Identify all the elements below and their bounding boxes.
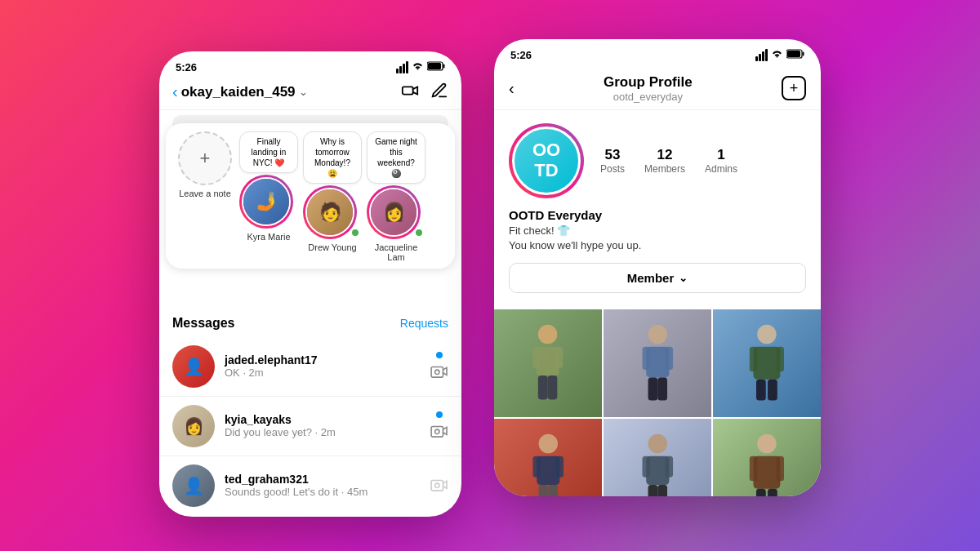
wifi-icon: [412, 61, 424, 73]
group-name: OOTD Everyday: [509, 208, 806, 222]
time-right: 5:26: [510, 49, 532, 61]
photo-cell-2[interactable]: [604, 309, 711, 417]
nav-username[interactable]: okay_kaiden_459: [181, 84, 296, 100]
group-avatar-text: OO TD: [532, 140, 560, 180]
message-username-2: kyia_kayaks: [225, 413, 421, 426]
svg-rect-8: [431, 426, 443, 437]
nav-chevron[interactable]: ⌄: [299, 86, 308, 98]
person-figure-1: [515, 320, 580, 407]
svg-rect-50: [768, 489, 777, 496]
svg-rect-44: [657, 485, 667, 495]
svg-rect-43: [648, 485, 657, 495]
signal-icon: [396, 61, 408, 73]
person-figure-4: [519, 429, 578, 495]
svg-rect-2: [443, 64, 445, 68]
svg-point-9: [435, 429, 439, 433]
battery-icon-right: [786, 49, 804, 61]
svg-rect-49: [756, 489, 766, 496]
person-figure-6: [732, 429, 802, 495]
plus-icon: +: [200, 149, 211, 167]
camera-icon-3[interactable]: [430, 477, 448, 495]
message-username-1: jaded.elephant17: [225, 353, 421, 367]
video-camera-icon[interactable]: [401, 82, 419, 103]
edit-icon[interactable]: [430, 82, 448, 103]
drew-avatar: 🧑: [305, 188, 354, 237]
stories-row: + Leave a note Finally landing in NYC! ❤…: [172, 131, 448, 262]
camera-icon-2[interactable]: [430, 423, 448, 441]
jacqueline-note: Game night this weekend? 🎱: [367, 131, 425, 184]
message-info-1: jaded.elephant17 OK · 2m: [225, 353, 421, 379]
unread-dot-2: [436, 411, 443, 418]
photo-cell-4[interactable]: [494, 419, 602, 496]
nav-bar-left: ‹ okay_kaiden_459 ⌄: [159, 78, 461, 110]
stories-container: + Leave a note Finally landing in NYC! ❤…: [166, 123, 455, 269]
add-to-group-button[interactable]: +: [782, 76, 806, 100]
message-info-2: kyia_kayaks Did you leave yet? · 2m: [225, 413, 421, 438]
svg-rect-1: [428, 63, 441, 69]
group-header: ‹ Group Profile ootd_everyday +: [494, 66, 821, 110]
story-self[interactable]: + Leave a note: [176, 131, 234, 198]
message-avatar-3: 👤: [172, 464, 215, 507]
message-item-1[interactable]: 👤 jaded.elephant17 OK · 2m: [159, 337, 461, 396]
message-avatar-2: 👩: [172, 405, 215, 447]
member-button[interactable]: Member ⌄: [509, 263, 806, 293]
svg-rect-24: [665, 347, 672, 370]
members-label: Members: [644, 163, 685, 175]
posts-count: 53: [600, 147, 625, 163]
photo-cell-5[interactable]: [604, 419, 711, 496]
requests-link[interactable]: Requests: [400, 317, 448, 330]
message-right-1: [430, 352, 448, 381]
photo-cell-1[interactable]: [494, 309, 602, 417]
message-info-3: ted_graham321 Sounds good! Let's do it ·…: [225, 473, 421, 498]
group-username: ootd_everyday: [604, 91, 693, 103]
message-right-3: [430, 477, 448, 495]
status-bar-right: 5:26: [494, 39, 821, 66]
photo-cell-6[interactable]: [713, 419, 821, 496]
svg-rect-10: [431, 480, 443, 491]
back-arrow-right[interactable]: ‹: [509, 79, 514, 98]
add-note-button[interactable]: +: [178, 131, 232, 185]
svg-rect-26: [657, 377, 667, 400]
story-kyra[interactable]: Finally landing in NYC! ❤️ 🤳 Kyra Marie: [239, 131, 298, 242]
svg-rect-25: [648, 377, 657, 400]
message-item-2[interactable]: 👩 kyia_kayaks Did you leave yet? · 2m: [159, 397, 461, 455]
group-avatar: OO TD: [512, 127, 581, 195]
photo-cell-3[interactable]: [713, 309, 821, 417]
members-count: 12: [644, 147, 685, 163]
profile-top: OO TD 53 Posts 12 Members 1 Admins: [509, 123, 806, 198]
group-avatar-ring: OO TD: [509, 123, 584, 198]
svg-rect-28: [754, 347, 781, 380]
svg-rect-3: [403, 87, 413, 94]
kyra-label: Kyra Marie: [247, 232, 290, 242]
story-jacqueline[interactable]: Game night this weekend? 🎱 👩 Jacqueline …: [367, 131, 425, 262]
left-phone: 5:26 ‹ okay_kaiden_459 ⌄: [159, 51, 461, 517]
svg-rect-19: [538, 375, 548, 399]
svg-point-45: [757, 434, 776, 453]
message-item-3[interactable]: 👤 ted_graham321 Sounds good! Let's do it…: [159, 456, 461, 515]
svg-rect-41: [642, 456, 649, 478]
svg-rect-29: [750, 347, 757, 372]
status-bar-left: 5:26: [159, 51, 461, 78]
battery-icon: [427, 61, 445, 73]
camera-icon-1[interactable]: [430, 363, 448, 381]
kyra-avatar: 🤳: [242, 177, 291, 226]
svg-rect-30: [777, 347, 784, 372]
jacqueline-label: Jacqueline Lam: [367, 242, 425, 262]
svg-rect-20: [548, 375, 558, 399]
nav-left-section[interactable]: ‹ okay_kaiden_459 ⌄: [172, 82, 308, 101]
person-figure-3: [732, 320, 802, 407]
story-drew[interactable]: Why is tomorrow Monday!? 😩 🧑 Drew Young: [303, 131, 362, 252]
message-preview-3: Sounds good! Let's do it · 45m: [225, 486, 421, 498]
message-preview-1: OK · 2m: [225, 367, 421, 379]
svg-point-15: [538, 325, 557, 344]
stat-members: 12 Members: [644, 147, 685, 175]
back-arrow-left[interactable]: ‹: [172, 82, 178, 101]
svg-rect-14: [803, 51, 804, 56]
status-icons-right: [755, 49, 804, 61]
admins-label: Admins: [705, 163, 737, 175]
svg-rect-17: [532, 347, 540, 368]
svg-rect-6: [431, 367, 443, 377]
stat-admins: 1 Admins: [705, 147, 737, 175]
group-title-wrap: Group Profile ootd_everyday: [604, 74, 693, 103]
stats-row: 53 Posts 12 Members 1 Admins: [600, 147, 737, 175]
